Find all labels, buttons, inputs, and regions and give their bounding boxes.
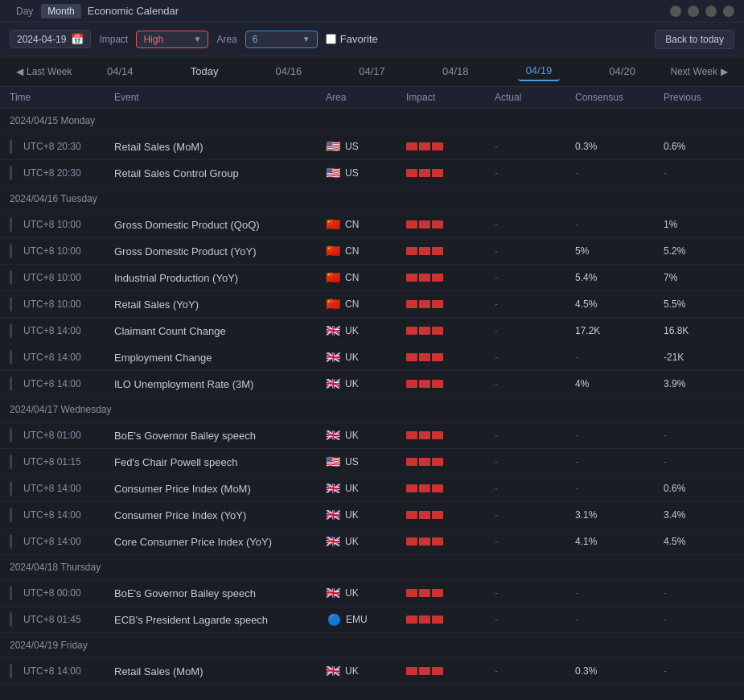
table-row[interactable]: UTC+8 14:00Retail Sales (MoM)🇬🇧UK-0.3%- [0,658,744,685]
previous-value: 3.4% [664,509,744,521]
table-row[interactable]: UTC+8 10:00Retail Sales (YoY)🇨🇳CN-4.5%5.… [0,291,744,318]
row-marker [10,139,12,154]
table-row[interactable]: UTC+8 14:00Consumer Price Index (MoM)🇬🇧U… [0,476,744,502]
table-row[interactable]: UTC+8 10:00Industrial Production (YoY)🇨🇳… [0,265,744,291]
back-today-button[interactable]: Back to today [655,30,734,49]
table-row[interactable]: UTC+8 00:00BoE's Governor Bailey speech🇬… [0,580,744,607]
last-week-button[interactable]: ◀ Last Week [10,63,78,80]
time-value: UTC+8 01:45 [23,614,81,625]
table-row[interactable]: UTC+8 14:00Consumer Price Index (YoY)🇬🇧U… [0,502,744,529]
filter-bar: 2024-04-19 📅 Impact High ▼ Area 6 ▼ Favo… [0,23,744,56]
nav-date-0417[interactable]: 04/17 [351,62,393,80]
event-name: Gross Domestic Product (QoQ) [114,219,326,231]
table-row[interactable]: UTC+8 10:00Gross Domestic Product (QoQ)🇨… [0,212,744,238]
event-name: Retail Sales Control Group [114,167,326,179]
impact-bar [432,247,443,255]
impact-bar [432,169,443,177]
tab-day[interactable]: Day [10,4,39,19]
nav-date-0416[interactable]: 04/16 [268,62,310,80]
col-area: Area [326,92,406,103]
previous-value: 16.8K [664,325,744,336]
area-code: CN [345,219,359,230]
time-value: UTC+8 14:00 [23,325,81,336]
time-value: UTC+8 14:00 [23,483,81,494]
impact-bar [419,484,430,492]
row-marker [10,534,12,549]
country-flag: 🇬🇧 [326,377,341,391]
consensus-value: 0.3% [575,141,664,152]
table-row[interactable]: UTC+8 01:15Fed's Chair Powell speech🇺🇸US… [0,449,744,476]
impact-bar [432,327,443,335]
favorite-checkbox-wrapper[interactable]: Favorite [326,33,378,45]
area-code: UK [345,587,359,599]
table-row[interactable]: UTC+8 14:00Employment Change🇬🇧UK---21K [0,344,744,371]
nav-date-0418[interactable]: 04/18 [434,62,477,80]
area-code: UK [345,378,359,389]
actual-value: - [495,483,575,494]
row-marker [10,323,12,338]
table-row[interactable]: UTC+8 10:00Gross Domestic Product (YoY)🇨… [0,238,744,265]
actual-value: - [495,536,575,547]
nav-date-0420[interactable]: 04/20 [601,62,643,80]
impact-bar [419,220,430,229]
time-cell: UTC+8 14:00 [10,323,114,338]
area-code: US [345,167,359,179]
event-name: Core Consumer Price Index (YoY) [114,536,326,548]
table-row[interactable]: UTC+8 14:00ILO Unemployment Rate (3M)🇬🇧U… [0,371,744,397]
area-code: UK [345,430,359,441]
impact-cell [406,667,495,675]
time-cell: UTC+8 01:45 [10,612,114,627]
nav-date-0414[interactable]: 04/14 [99,62,142,80]
table-row[interactable]: UTC+8 20:30Retail Sales (MoM)🇺🇸US-0.3%0.… [0,134,744,160]
consensus-value: 17.2K [575,325,664,336]
maximize-btn[interactable]: □ [705,6,717,17]
previous-value: 5.2% [664,245,744,257]
col-actual: Actual [495,92,575,103]
event-name: Consumer Price Index (MoM) [114,483,326,495]
row-marker [10,455,12,469]
table-row[interactable]: UTC+8 14:00Claimant Count Change🇬🇧UK-17.… [0,318,744,344]
col-previous: Previous [664,92,744,103]
row-marker [10,166,12,180]
impact-select[interactable]: High ▼ [136,31,208,48]
table-row[interactable]: UTC+8 14:00Core Consumer Price Index (Yo… [0,529,744,555]
consensus-value: - [575,167,664,179]
next-week-button[interactable]: Next Week ▶ [664,63,734,80]
impact-cell [406,380,495,388]
time-value: UTC+8 14:00 [23,509,81,521]
table-row[interactable]: UTC+8 01:00BoE's Governor Bailey speech🇬… [0,422,744,449]
impact-cell [406,300,495,308]
close-btn[interactable]: ✕ [723,6,734,17]
actual-value: - [495,665,575,677]
section-header-3: 2024/04/18 Thursday [0,555,744,580]
actual-value: - [495,272,575,283]
tab-month[interactable]: Month [41,4,80,19]
impact-value: High [143,34,163,45]
area-cell: 🇺🇸US [326,139,406,154]
favorite-checkbox[interactable] [326,34,336,44]
area-cell: 🇺🇸US [326,166,406,180]
impact-cell [406,537,495,546]
nav-date-0419[interactable]: 04/19 [518,61,561,81]
consensus-value: 5.4% [575,272,664,283]
left-arrow-icon: ◀ [16,66,23,77]
calendar-icon: 📅 [71,33,84,45]
consensus-value: - [575,587,664,599]
row-marker [10,612,12,627]
right-arrow-icon: ▶ [721,66,728,77]
table-row[interactable]: UTC+8 20:30Retail Sales Control Group🇺🇸U… [0,160,744,187]
impact-bar [419,169,430,177]
minimize-btn[interactable]: — [688,6,699,17]
nav-bar: ◀ Last Week 04/14 Today 04/16 04/17 04/1… [0,56,744,87]
nav-date-today[interactable]: Today [183,62,227,80]
impact-bar [432,484,443,492]
consensus-value: 0.3% [575,665,664,677]
date-picker[interactable]: 2024-04-19 📅 [10,30,91,48]
area-select[interactable]: 6 ▼ [245,31,318,48]
row-marker [10,481,12,496]
consensus-value: 3.1% [575,509,664,521]
impact-bar [419,380,430,388]
table-row[interactable]: UTC+8 01:45ECB's President Lagarde speec… [0,607,744,633]
impact-cell [406,247,495,255]
refresh-btn[interactable]: ↺ [670,6,681,17]
